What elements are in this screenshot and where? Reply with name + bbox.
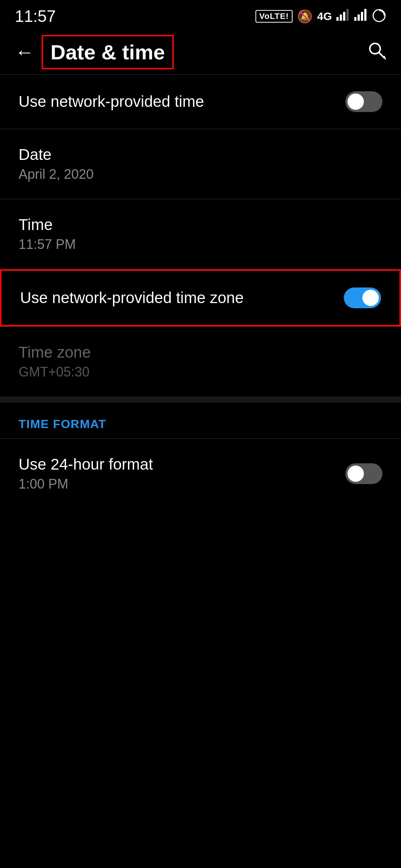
network-timezone-section: Use network-provided time zone (1, 271, 400, 325)
network-time-text: Use network-provided time (19, 93, 345, 111)
svg-rect-1 (340, 14, 342, 21)
svg-rect-5 (358, 14, 360, 21)
time-item[interactable]: Time 11:57 PM (0, 199, 401, 269)
use24-text: Use 24-hour format 1:00 PM (19, 456, 345, 492)
network-time-item[interactable]: Use network-provided time (0, 75, 401, 129)
network-timezone-highlight: Use network-provided time zone (0, 269, 401, 326)
header-left: ← Date & time (15, 35, 174, 69)
date-text: Date April 2, 2020 (19, 146, 382, 182)
volte-icon: VoLTE! (255, 10, 293, 23)
svg-rect-6 (361, 12, 363, 21)
status-bar: 11:57 VoLTE! 🔕 4G (0, 0, 401, 30)
time-section: Time 11:57 PM (0, 199, 401, 269)
back-button[interactable]: ← (15, 41, 34, 63)
time-format-section: TIME FORMAT Use 24-hour format 1:00 PM (0, 402, 401, 509)
network-time-toggle[interactable] (345, 91, 382, 112)
network-timezone-toggle-knob (362, 290, 379, 306)
svg-line-11 (384, 56, 385, 59)
search-button[interactable] (367, 40, 386, 64)
time-value: 11:57 PM (19, 237, 382, 252)
timezone-text: Time zone GMT+05:30 (19, 343, 382, 380)
use24-toggle[interactable] (345, 463, 382, 484)
status-icons: VoLTE! 🔕 4G (255, 9, 386, 24)
network-4g-icon: 4G (317, 10, 332, 23)
time-format-header: TIME FORMAT (0, 402, 401, 438)
date-label: Date (19, 146, 382, 164)
svg-rect-7 (364, 9, 366, 21)
network-time-toggle-knob (348, 93, 364, 110)
page-title-box: Date & time (42, 35, 174, 69)
network-timezone-toggle[interactable] (344, 287, 381, 308)
section-separator (0, 397, 401, 402)
time-label: Time (19, 216, 382, 234)
page-title: Date & time (50, 40, 165, 64)
time-text: Time 11:57 PM (19, 216, 382, 252)
use24-item[interactable]: Use 24-hour format 1:00 PM (0, 439, 401, 509)
timezone-item: Time zone GMT+05:30 (0, 327, 401, 397)
network-timezone-item[interactable]: Use network-provided time zone (1, 271, 400, 325)
status-time: 11:57 (15, 7, 56, 26)
mute-icon: 🔕 (297, 9, 313, 24)
network-time-label: Use network-provided time (19, 93, 345, 111)
use24-toggle-knob (348, 466, 364, 482)
page-header: ← Date & time (0, 30, 401, 74)
time-format-section-label: TIME FORMAT (19, 417, 382, 431)
network-timezone-label: Use network-provided time zone (20, 289, 344, 307)
date-section: Date April 2, 2020 (0, 129, 401, 199)
timezone-value: GMT+05:30 (19, 364, 382, 380)
network-time-section: Use network-provided time (0, 75, 401, 129)
date-item[interactable]: Date April 2, 2020 (0, 129, 401, 199)
battery-icon (372, 9, 386, 24)
svg-point-8 (373, 10, 385, 22)
signal-strength2-icon (354, 9, 368, 24)
timezone-section: Time zone GMT+05:30 (0, 327, 401, 397)
use24-value: 1:00 PM (19, 476, 345, 492)
use24-label: Use 24-hour format (19, 456, 345, 473)
signal-strength-icon (336, 9, 350, 24)
svg-rect-0 (336, 17, 339, 21)
date-value: April 2, 2020 (19, 167, 382, 182)
svg-rect-2 (343, 12, 345, 21)
timezone-label: Time zone (19, 343, 382, 361)
svg-rect-4 (354, 17, 356, 21)
svg-rect-3 (346, 9, 349, 21)
network-timezone-text: Use network-provided time zone (20, 289, 344, 307)
svg-line-10 (379, 52, 384, 58)
